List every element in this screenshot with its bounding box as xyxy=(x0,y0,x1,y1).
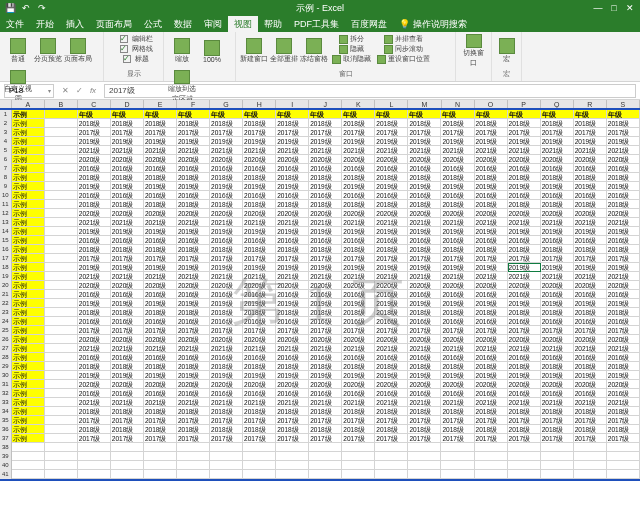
row-header[interactable]: 18 xyxy=(0,263,12,272)
cell[interactable]: 2017级 xyxy=(144,416,177,425)
cell[interactable]: 2019级 xyxy=(607,299,640,308)
cell[interactable]: 2018级 xyxy=(276,119,309,128)
cell[interactable]: 2016级 xyxy=(342,389,375,398)
cell[interactable]: 2017级 xyxy=(210,434,243,443)
cell[interactable]: 2016级 xyxy=(111,389,144,398)
cell[interactable]: 2018级 xyxy=(408,308,441,317)
cell[interactable]: 2021级 xyxy=(607,218,640,227)
cell[interactable]: 2018级 xyxy=(210,200,243,209)
cell[interactable] xyxy=(45,434,78,443)
cell[interactable]: 2018级 xyxy=(342,425,375,434)
cell[interactable]: 2021级 xyxy=(111,398,144,407)
cell[interactable]: 示例 xyxy=(12,173,45,182)
cell[interactable]: 2016级 xyxy=(111,290,144,299)
cell[interactable] xyxy=(45,371,78,380)
cell[interactable]: 2019级 xyxy=(541,263,574,272)
cell[interactable] xyxy=(45,155,78,164)
cell[interactable]: 2018级 xyxy=(375,245,408,254)
header-cell[interactable]: 年级 xyxy=(375,110,408,119)
cell[interactable]: 2018级 xyxy=(508,407,541,416)
cell[interactable] xyxy=(243,452,276,461)
cell[interactable]: 示例 xyxy=(12,335,45,344)
tab-PDF工具集[interactable]: PDF工具集 xyxy=(288,16,345,32)
cell[interactable]: 2016级 xyxy=(375,164,408,173)
cell[interactable]: 2016级 xyxy=(574,317,607,326)
cell[interactable]: 2016级 xyxy=(177,389,210,398)
cell[interactable] xyxy=(276,443,309,452)
cell[interactable]: 2020级 xyxy=(441,155,474,164)
cell[interactable]: 2016级 xyxy=(408,236,441,245)
cell[interactable]: 2019级 xyxy=(78,371,111,380)
cell[interactable]: 2017级 xyxy=(541,416,574,425)
cell[interactable]: 2021级 xyxy=(541,218,574,227)
cell[interactable]: 2017级 xyxy=(541,254,574,263)
header-cell[interactable]: 年级 xyxy=(309,110,342,119)
cell[interactable]: 2018级 xyxy=(243,245,276,254)
cell[interactable]: 示例 xyxy=(12,254,45,263)
cell[interactable]: 2021级 xyxy=(309,344,342,353)
cell[interactable]: 2021级 xyxy=(78,272,111,281)
checkbox-编辑栏[interactable]: 编辑栏 xyxy=(108,34,164,44)
cell[interactable]: 示例 xyxy=(12,245,45,254)
cell[interactable]: 2016级 xyxy=(541,290,574,299)
cell[interactable]: 2020级 xyxy=(177,281,210,290)
cell[interactable]: 2017级 xyxy=(243,326,276,335)
cell[interactable]: 2018级 xyxy=(111,200,144,209)
cell[interactable]: 2017级 xyxy=(408,128,441,137)
cell[interactable]: 2021级 xyxy=(144,398,177,407)
cell[interactable]: 2018级 xyxy=(342,308,375,317)
cell[interactable]: 2018级 xyxy=(243,308,276,317)
col-header-M[interactable]: M xyxy=(408,100,441,110)
cell[interactable]: 2018级 xyxy=(607,245,640,254)
cell[interactable]: 示例 xyxy=(12,389,45,398)
cell[interactable]: 2019级 xyxy=(475,299,508,308)
cell[interactable]: 示例 xyxy=(12,218,45,227)
cell[interactable] xyxy=(541,470,574,479)
checkbox-网格线[interactable]: 网格线 xyxy=(108,44,164,54)
cell[interactable] xyxy=(475,443,508,452)
header-cell[interactable]: 示例 xyxy=(12,110,45,119)
cell[interactable]: 2021级 xyxy=(375,218,408,227)
cell[interactable]: 2016级 xyxy=(574,236,607,245)
cell[interactable]: 示例 xyxy=(12,434,45,443)
cell[interactable]: 2019级 xyxy=(243,182,276,191)
cell[interactable]: 2016级 xyxy=(441,353,474,362)
cell[interactable]: 2016级 xyxy=(309,290,342,299)
cell[interactable] xyxy=(45,398,78,407)
cell[interactable]: 2016级 xyxy=(541,317,574,326)
ribbon-btn-同步滚动[interactable]: 同步滚动 xyxy=(375,44,432,54)
ribbon-btn-普通[interactable]: 普通 xyxy=(4,34,32,68)
col-header-C[interactable]: C xyxy=(78,100,111,110)
cell[interactable]: 2017级 xyxy=(441,326,474,335)
cell[interactable] xyxy=(45,461,78,470)
cell[interactable]: 2021级 xyxy=(508,398,541,407)
cell[interactable]: 2018级 xyxy=(408,173,441,182)
cell[interactable]: 2018级 xyxy=(243,200,276,209)
cell[interactable]: 2018级 xyxy=(441,245,474,254)
row-header[interactable]: 35 xyxy=(0,416,12,425)
cell[interactable] xyxy=(309,470,342,479)
cell[interactable]: 2017级 xyxy=(508,416,541,425)
cell[interactable]: 2018级 xyxy=(408,119,441,128)
cell[interactable]: 2020级 xyxy=(210,380,243,389)
cell[interactable]: 2016级 xyxy=(607,236,640,245)
cell[interactable] xyxy=(45,326,78,335)
col-header-J[interactable]: J xyxy=(309,100,342,110)
cell[interactable]: 2018级 xyxy=(342,173,375,182)
cell[interactable]: 2017级 xyxy=(144,326,177,335)
cell[interactable]: 2018级 xyxy=(475,200,508,209)
cell[interactable]: 2021级 xyxy=(243,146,276,155)
cell[interactable]: 2017级 xyxy=(574,128,607,137)
cell[interactable]: 2018级 xyxy=(111,119,144,128)
cell[interactable]: 2020级 xyxy=(78,281,111,290)
cell[interactable]: 2020级 xyxy=(276,335,309,344)
row-header[interactable]: 3 xyxy=(0,128,12,137)
cell[interactable]: 2016级 xyxy=(210,164,243,173)
cell[interactable]: 2019级 xyxy=(574,299,607,308)
cell[interactable] xyxy=(276,461,309,470)
cell[interactable]: 2021级 xyxy=(111,146,144,155)
cell[interactable]: 2019级 xyxy=(408,182,441,191)
cell[interactable] xyxy=(111,470,144,479)
cell[interactable]: 示例 xyxy=(12,263,45,272)
cell[interactable] xyxy=(45,218,78,227)
